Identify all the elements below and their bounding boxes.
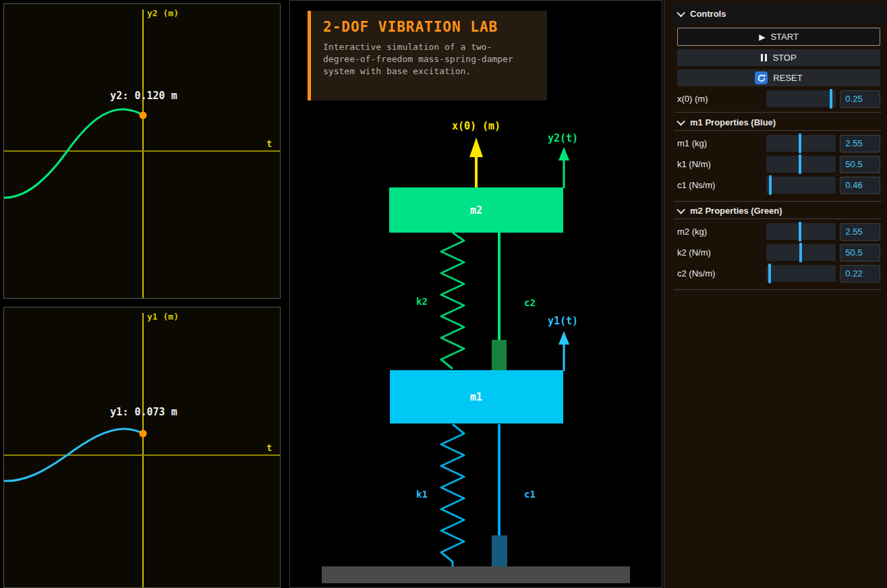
- base-arrow-head: [469, 138, 483, 157]
- mass-m1-label: m1: [470, 391, 482, 403]
- m1-slider-handle[interactable]: [799, 134, 801, 153]
- m2-slider-handle[interactable]: [799, 222, 801, 241]
- y2-readout: y2: 0.120 m: [110, 90, 177, 102]
- k2-slider[interactable]: [766, 244, 836, 261]
- c1-slider[interactable]: [766, 177, 836, 194]
- k1-slider-row: k1 (N/m) 50.5: [677, 156, 880, 173]
- m1-properties-header[interactable]: m1 Properties (Blue): [664, 114, 887, 130]
- m2-label: m2 (kg): [677, 227, 766, 237]
- y2-curve: [4, 109, 143, 198]
- c2-value[interactable]: 0.22: [840, 265, 880, 283]
- x0-label: x(0) (m): [677, 94, 766, 104]
- y2-arrow-head: [559, 147, 569, 160]
- y2-time-label: t: [266, 138, 272, 149]
- c1-label: c1 (Ns/m): [677, 180, 766, 190]
- base-arrow-label: x(0) (m): [452, 120, 500, 132]
- x0-slider[interactable]: [766, 90, 836, 107]
- controls-sidebar: Controls ▶ START STOP RESET x(0) (m) 0: [664, 0, 887, 588]
- y1-plot-canvas: [4, 307, 280, 587]
- play-icon: ▶: [759, 33, 765, 41]
- reset-button-label: RESET: [773, 73, 802, 83]
- m1-value[interactable]: 2.55: [840, 135, 880, 152]
- spring-k1: [441, 424, 464, 566]
- chevron-down-icon: [677, 205, 685, 214]
- m1-slider[interactable]: [766, 135, 836, 152]
- reset-button[interactable]: RESET: [677, 69, 880, 86]
- y2-plot-panel: y2 (m) t y2: 0.120 m: [3, 3, 281, 299]
- damper-c1-label: c1: [524, 489, 536, 500]
- separator: [674, 112, 882, 113]
- m2-properties-header[interactable]: m2 Properties (Green): [664, 202, 887, 218]
- start-button-label: START: [770, 32, 798, 42]
- spring-k2-label: k2: [416, 296, 428, 307]
- k2-slider-handle[interactable]: [799, 243, 802, 262]
- x0-slider-row: x(0) (m) 0.25: [677, 90, 880, 107]
- spring-k2: [441, 233, 464, 369]
- k2-slider-row: k2 (N/m) 50.5: [677, 244, 880, 261]
- y1-time-label: t: [266, 442, 272, 453]
- m2-properties-title: m2 Properties (Green): [690, 206, 782, 216]
- c1-slider-row: c1 (Ns/m) 0.46: [677, 177, 880, 194]
- k1-value[interactable]: 50.5: [840, 156, 880, 173]
- y1-arrow-label: y1(t): [548, 315, 578, 327]
- controls-section-header[interactable]: Controls: [674, 2, 887, 25]
- y1-current-point: [140, 430, 147, 438]
- m1-slider-row: m1 (kg) 2.55: [677, 135, 880, 152]
- y2-axis-label: y2 (m): [147, 8, 179, 18]
- separator: [674, 130, 882, 131]
- c2-slider-handle[interactable]: [768, 264, 771, 283]
- y1-axis-label: y1 (m): [147, 312, 179, 322]
- damper-c1-cylinder: [492, 535, 507, 566]
- y1-plot-panel: y1 (m) t y1: 0.073 m: [3, 307, 281, 588]
- spring-k1-label: k1: [416, 489, 428, 500]
- k1-label: k1 (N/m): [677, 159, 766, 169]
- c2-slider[interactable]: [766, 265, 836, 282]
- chevron-down-icon: [677, 117, 685, 125]
- m2-slider[interactable]: [766, 223, 836, 240]
- x0-value[interactable]: 0.25: [840, 90, 880, 108]
- c1-value[interactable]: 0.46: [840, 177, 880, 194]
- y2-plot-canvas: [4, 4, 280, 298]
- c1-slider-handle[interactable]: [769, 175, 772, 195]
- m2-slider-row: m2 (kg) 2.55: [677, 223, 880, 240]
- mass-m2-label: m2: [470, 204, 482, 216]
- stop-button[interactable]: STOP: [677, 49, 880, 66]
- damper-c2-cylinder: [492, 340, 507, 370]
- y2-current-point: [140, 112, 147, 119]
- c2-label: c2 (Ns/m): [677, 268, 766, 278]
- controls-section-title: Controls: [690, 9, 726, 19]
- separator: [674, 218, 882, 219]
- simulation-panel: 2-DOF VIBRATION LAB Interactive simulati…: [289, 0, 662, 588]
- y1-arrow-head: [559, 331, 569, 345]
- m1-properties-title: m1 Properties (Blue): [690, 117, 776, 127]
- k1-slider[interactable]: [766, 156, 836, 173]
- y1-readout: y1: 0.073 m: [110, 406, 177, 418]
- separator: [674, 289, 882, 290]
- ground-base: [322, 566, 630, 583]
- stop-button-label: STOP: [772, 53, 796, 63]
- x0-slider-handle[interactable]: [830, 89, 832, 109]
- separator: [674, 201, 882, 202]
- k2-value[interactable]: 50.5: [840, 244, 880, 262]
- y2-arrow-label: y2(t): [548, 132, 578, 144]
- m1-label: m1 (kg): [677, 138, 766, 148]
- start-button[interactable]: ▶ START: [677, 28, 880, 46]
- pause-icon: [761, 54, 767, 61]
- chevron-down-icon: [677, 8, 685, 17]
- c2-slider-row: c2 (Ns/m) 0.22: [677, 265, 880, 282]
- k1-slider-handle[interactable]: [799, 154, 801, 174]
- system-diagram: [290, 1, 662, 587]
- m2-value[interactable]: 2.55: [840, 223, 880, 241]
- damper-c2-label: c2: [524, 297, 536, 308]
- k2-label: k2 (N/m): [677, 247, 766, 258]
- vibration-lab-app: y2 (m) t y2: 0.120 m y1 (m) t y1: 0.073 …: [0, 0, 887, 588]
- refresh-icon: [755, 71, 768, 84]
